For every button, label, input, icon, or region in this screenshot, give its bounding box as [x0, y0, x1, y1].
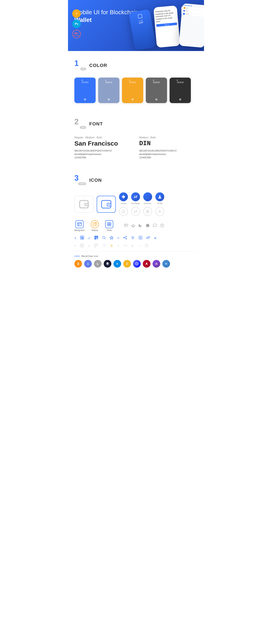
svg-marker-67	[110, 244, 113, 247]
svg-point-14	[147, 211, 148, 212]
util-icon-check: ✓	[88, 236, 90, 240]
nav-icon-profile: Profile	[155, 192, 164, 204]
util-icon-close: ✕	[154, 236, 156, 240]
util-icon-star-filled	[110, 244, 114, 248]
crypto-eth: Ξ	[84, 260, 92, 268]
icon-section-number: 3 THREE	[74, 174, 86, 186]
svg-rect-64	[94, 244, 96, 245]
svg-rect-43	[95, 236, 96, 237]
color-swatch-blue: #3574FA	[74, 78, 96, 103]
svg-rect-34	[153, 224, 156, 226]
icon-section-header: 3 THREE ICON	[74, 174, 198, 186]
util-icon-plus-outline: +	[74, 244, 76, 248]
svg-rect-30	[124, 224, 128, 226]
color-swatch-orange: #F5A623	[122, 78, 143, 103]
svg-point-55	[126, 238, 127, 239]
color-swatch-slate: #8DA0C8	[98, 78, 120, 103]
icon-section: 3 THREE ICON	[74, 166, 198, 280]
phone-3: 6,297,502.12 BTC ETH WAVES	[179, 3, 204, 48]
svg-point-57	[132, 237, 134, 238]
misc-icon-bubble	[153, 224, 157, 228]
crypto-icons: ₿ Ξ Ł D Z	[74, 260, 198, 268]
util-icon-download	[138, 236, 142, 240]
icon-main-row: Assets Exchange	[74, 192, 198, 216]
util-icon-grid-outline	[80, 244, 84, 248]
svg-point-7	[108, 204, 110, 205]
util-icon-share	[123, 236, 127, 240]
util-icons-top: + ✓	[74, 236, 198, 240]
tab-icon-management: Mangment	[74, 220, 84, 232]
svg-point-37	[162, 224, 162, 225]
svg-line-52	[104, 238, 106, 239]
svg-rect-38	[80, 236, 82, 238]
crypto-dash: D	[114, 260, 121, 268]
svg-marker-12	[122, 210, 125, 213]
crypto-zcash: Z	[123, 260, 131, 268]
wallet-icon-filled	[97, 196, 116, 213]
svg-marker-72	[136, 263, 138, 264]
svg-rect-60	[80, 244, 82, 245]
svg-point-70	[146, 245, 147, 245]
wallet-icon-guide	[74, 196, 94, 213]
crypto-ltc: Ł	[94, 260, 102, 268]
svg-marker-73	[145, 262, 148, 265]
util-icon-exchange-sm	[146, 236, 150, 240]
svg-point-33	[146, 224, 150, 227]
crypto-waves	[104, 260, 111, 268]
svg-marker-53	[110, 236, 113, 239]
blockchain-label: BlockChain Icon	[74, 255, 198, 258]
crypto-matic	[152, 260, 160, 268]
svg-marker-71	[135, 262, 138, 265]
main-content: 1 ONE COLOR #3574FA #8DA0C8 #F5A623 #666…	[68, 51, 204, 280]
util-icon-close-outline: ✕	[131, 244, 134, 248]
ps-badge: Ps	[72, 20, 81, 28]
color-section-header: 1 ONE COLOR	[74, 60, 198, 71]
svg-rect-5	[102, 200, 111, 208]
util-icon-forward: →	[138, 244, 141, 248]
crypto-nano: N	[162, 260, 170, 268]
util-icon-search	[102, 236, 106, 240]
util-icon-refresh	[102, 244, 106, 248]
svg-rect-47	[95, 238, 96, 239]
util-icon-check-outline: ✓	[88, 244, 90, 248]
divider	[74, 252, 198, 252]
sketch-badge	[72, 9, 81, 18]
svg-rect-66	[94, 246, 96, 247]
util-icon-qr-outline	[94, 244, 98, 248]
color-swatch-gray: #666666	[146, 78, 167, 103]
font-din: Medium · Bold DIN ABCDEFGHIJKLMNOPQRSTUV…	[139, 136, 198, 160]
font-section-header: 2 TWO FONT	[74, 118, 198, 130]
tab-icons-row: Mangment History	[74, 220, 198, 232]
misc-icons	[124, 220, 164, 232]
svg-marker-8	[122, 195, 125, 198]
misc-icon-chat	[124, 224, 128, 228]
crypto-ardr	[143, 260, 150, 268]
hero-section: Mobile UI for Blockchain Wallet UI Kit P…	[68, 0, 204, 51]
nav-icons-column: Assets Exchange	[119, 192, 164, 216]
misc-icon-moon	[138, 224, 142, 228]
font-grid: Regular · Medium · Bold San Francisco AB…	[74, 136, 198, 160]
svg-rect-61	[82, 244, 84, 245]
util-icon-settings	[131, 236, 135, 240]
nav-icon-exchange-outline	[131, 207, 140, 216]
util-icon-info-sm	[145, 244, 148, 248]
svg-rect-2	[80, 201, 88, 208]
util-icon-back-outline: <	[117, 244, 119, 248]
phones-container: myWallet 6,297 ✕ Character may be master…	[128, 4, 204, 51]
svg-rect-39	[82, 236, 84, 238]
svg-line-22	[95, 224, 96, 225]
misc-icon-info	[160, 224, 164, 228]
color-swatches: #3574FA #8DA0C8 #F5A623 #666666 #303030	[74, 78, 198, 103]
util-icon-grid-edit	[80, 236, 84, 240]
svg-point-4	[86, 204, 87, 205]
svg-rect-45	[97, 236, 98, 237]
svg-point-51	[103, 236, 105, 238]
svg-rect-40	[80, 238, 82, 239]
crypto-btc: ₿	[74, 260, 82, 268]
nav-icon-discover: Discover	[143, 192, 152, 204]
util-icons-bottom: + ✓	[74, 244, 198, 248]
nav-icons-top: Assets Exchange	[119, 192, 164, 204]
svg-rect-16	[78, 222, 82, 226]
svg-point-11	[159, 196, 161, 197]
screens-badge: 60+ Screens	[72, 30, 81, 38]
